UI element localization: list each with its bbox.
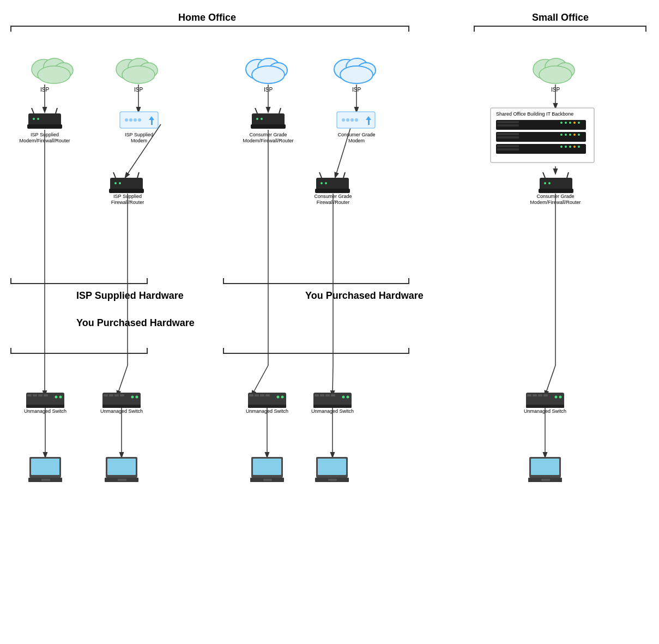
cloud-1 bbox=[32, 58, 73, 83]
svg-point-43 bbox=[355, 118, 358, 122]
svg-point-19 bbox=[539, 66, 572, 83]
svg-rect-79 bbox=[315, 189, 350, 193]
svg-point-93 bbox=[55, 396, 58, 399]
svg-point-101 bbox=[131, 396, 134, 399]
svg-rect-89 bbox=[27, 394, 32, 396]
svg-rect-97 bbox=[104, 394, 108, 396]
svg-point-29 bbox=[134, 118, 137, 122]
svg-rect-64 bbox=[497, 148, 519, 151]
svg-point-30 bbox=[138, 118, 141, 122]
svg-point-40 bbox=[342, 118, 345, 122]
svg-point-102 bbox=[136, 396, 138, 399]
svg-line-21 bbox=[32, 108, 34, 113]
svg-rect-99 bbox=[114, 394, 119, 396]
svg-rect-131 bbox=[41, 479, 50, 481]
device-modem4 bbox=[337, 112, 375, 128]
laptop-3 bbox=[250, 457, 284, 482]
svg-point-68 bbox=[573, 146, 576, 148]
svg-point-65 bbox=[560, 146, 563, 148]
svg-rect-106 bbox=[255, 394, 259, 396]
svg-rect-47 bbox=[497, 121, 519, 123]
svg-rect-115 bbox=[325, 394, 330, 396]
label-modem2b: Modem bbox=[131, 138, 147, 143]
svg-rect-133 bbox=[107, 459, 136, 475]
svg-rect-103 bbox=[102, 405, 141, 408]
small-office-label: Small Office bbox=[532, 12, 589, 23]
cloud-3 bbox=[246, 58, 287, 83]
svg-point-11 bbox=[252, 66, 285, 83]
svg-rect-56 bbox=[497, 136, 519, 139]
svg-rect-90 bbox=[33, 394, 37, 396]
svg-point-7 bbox=[122, 66, 155, 83]
svg-point-42 bbox=[350, 118, 354, 122]
svg-line-83 bbox=[543, 172, 545, 178]
svg-rect-119 bbox=[313, 405, 352, 408]
device-modem2 bbox=[120, 112, 158, 128]
svg-point-58 bbox=[565, 134, 567, 136]
svg-line-71 bbox=[113, 172, 116, 178]
svg-point-25 bbox=[37, 118, 39, 120]
device-router7 bbox=[539, 172, 573, 193]
svg-rect-48 bbox=[497, 124, 519, 127]
switch-1 bbox=[26, 393, 64, 408]
switch-5 bbox=[526, 393, 564, 408]
svg-rect-45 bbox=[368, 119, 370, 125]
you-purchased-label-left: You Purchased Hardware bbox=[76, 317, 195, 328]
laptop-4 bbox=[315, 457, 349, 482]
switch-2 bbox=[102, 393, 141, 408]
svg-rect-23 bbox=[27, 124, 62, 129]
shared-box-label: Shared Office Building IT Backbone bbox=[496, 111, 573, 117]
svg-rect-122 bbox=[533, 394, 537, 396]
svg-point-61 bbox=[578, 134, 580, 136]
isp-hardware-bracket-left bbox=[11, 278, 147, 284]
cloud-2 bbox=[116, 58, 158, 83]
svg-point-126 bbox=[559, 396, 562, 399]
svg-rect-92 bbox=[44, 394, 48, 396]
svg-rect-98 bbox=[109, 394, 113, 396]
you-purchased-label-right: You Purchased Hardware bbox=[305, 290, 424, 301]
svg-rect-147 bbox=[541, 479, 550, 481]
home-office-label: Home Office bbox=[178, 12, 236, 23]
svg-rect-123 bbox=[538, 394, 542, 396]
isp-hw-label: ISP Supplied Hardware bbox=[76, 290, 184, 301]
svg-rect-145 bbox=[531, 459, 559, 475]
svg-point-87 bbox=[548, 182, 551, 184]
svg-point-94 bbox=[59, 396, 62, 399]
svg-line-77 bbox=[319, 172, 322, 178]
svg-point-75 bbox=[119, 182, 121, 184]
svg-rect-55 bbox=[497, 133, 519, 135]
svg-rect-73 bbox=[109, 189, 144, 193]
svg-point-118 bbox=[347, 396, 349, 399]
device-router6 bbox=[315, 172, 350, 193]
svg-point-38 bbox=[261, 118, 263, 120]
svg-point-57 bbox=[560, 134, 563, 136]
home-office-bracket bbox=[11, 26, 409, 32]
line-r3-sw3 bbox=[252, 365, 268, 395]
svg-point-67 bbox=[569, 146, 571, 148]
laptop-1 bbox=[28, 457, 62, 482]
line-r6-sw4 bbox=[332, 365, 333, 395]
svg-rect-143 bbox=[328, 479, 337, 481]
svg-point-74 bbox=[114, 182, 117, 184]
svg-rect-95 bbox=[26, 405, 64, 408]
you-purchased-bracket-right-top bbox=[223, 348, 409, 353]
svg-rect-85 bbox=[539, 189, 573, 193]
svg-point-69 bbox=[578, 146, 580, 148]
svg-rect-107 bbox=[260, 394, 264, 396]
svg-point-28 bbox=[129, 118, 132, 122]
svg-rect-63 bbox=[497, 145, 519, 147]
svg-rect-32 bbox=[151, 119, 153, 125]
svg-point-49 bbox=[560, 122, 563, 124]
line-r5-sw2 bbox=[117, 365, 128, 395]
svg-point-3 bbox=[38, 66, 70, 83]
svg-point-51 bbox=[569, 122, 571, 124]
svg-rect-129 bbox=[31, 459, 59, 475]
diagram-svg: Home Office Small Office ISP ISP ISP bbox=[0, 0, 659, 644]
consumer-hardware-bracket bbox=[223, 278, 409, 284]
svg-rect-111 bbox=[248, 405, 286, 408]
svg-rect-116 bbox=[331, 394, 335, 396]
line-r7-sw5 bbox=[545, 365, 555, 395]
svg-point-60 bbox=[573, 134, 576, 136]
svg-point-117 bbox=[342, 396, 345, 399]
svg-rect-135 bbox=[118, 479, 126, 481]
